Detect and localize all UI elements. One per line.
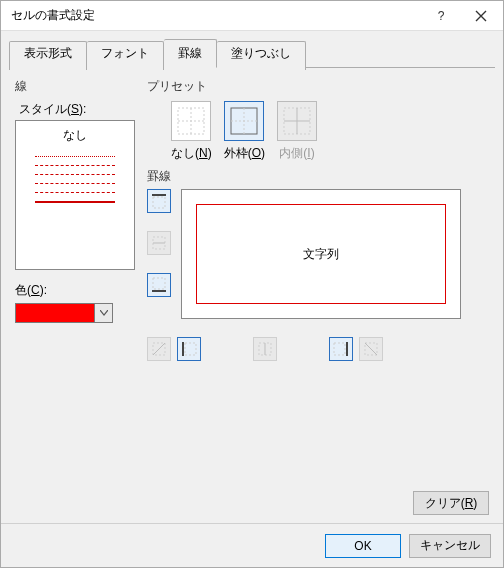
preset-none-label: なし(N) (171, 145, 212, 162)
border-left-icon (181, 341, 197, 357)
preset-inside-icon (283, 107, 311, 135)
border-bottom-row-buttons (181, 337, 489, 361)
border-preview-text: 文字列 (303, 246, 339, 263)
line-group-label: 線 (15, 78, 135, 95)
border-diag-down-button[interactable] (359, 337, 383, 361)
titlebar: セルの書式設定 ? (1, 1, 503, 31)
border-middle-h-button[interactable] (147, 231, 171, 255)
tab-font[interactable]: フォント (87, 41, 164, 70)
cancel-button[interactable]: キャンセル (409, 534, 491, 558)
style-option-dash-short[interactable] (35, 165, 115, 166)
color-label: 色(C): (15, 282, 135, 299)
line-style-list[interactable]: なし (15, 120, 135, 270)
border-left-button[interactable] (177, 337, 201, 361)
preset-inside-button[interactable] (277, 101, 317, 141)
color-picker[interactable] (15, 303, 135, 323)
style-option-none[interactable]: なし (63, 125, 87, 148)
preset-none-icon (177, 107, 205, 135)
svg-rect-13 (153, 278, 165, 289)
border-diag-up-icon (151, 341, 167, 357)
svg-rect-10 (153, 197, 165, 208)
border-top-icon (151, 193, 167, 209)
preset-outline-icon (230, 107, 258, 135)
border-diag-up-button[interactable] (147, 337, 171, 361)
style-label: スタイル(S): (19, 101, 135, 118)
tab-number[interactable]: 表示形式 (9, 41, 87, 70)
style-option-dash-dot[interactable] (35, 174, 115, 175)
border-right-button[interactable] (329, 337, 353, 361)
format-cells-dialog: セルの書式設定 ? 表示形式 フォント 罫線 塗りつぶし 線 スタイル(S): … (0, 0, 504, 568)
border-middle-v-icon (257, 341, 273, 357)
close-button[interactable] (461, 2, 501, 30)
svg-rect-21 (334, 343, 345, 355)
color-swatch (15, 303, 95, 323)
tab-strip: 表示形式 フォント 罫線 塗りつぶし (1, 31, 503, 68)
border-middle-h-icon (151, 235, 167, 251)
border-bottom-icon (151, 277, 167, 293)
color-dropdown-button[interactable] (95, 303, 113, 323)
preset-outline-label: 外枠(O) (224, 145, 265, 162)
dialog-footer: OK キャンセル (1, 523, 503, 567)
preset-none-button[interactable] (171, 101, 211, 141)
border-diag-down-icon (363, 341, 379, 357)
svg-rect-18 (185, 343, 196, 355)
border-column: プリセット なし(N) 外枠(O) (147, 78, 489, 513)
border-preview-box[interactable]: 文字列 (181, 189, 461, 319)
preset-group-label: プリセット (147, 78, 489, 95)
svg-line-16 (153, 343, 165, 355)
border-top-button[interactable] (147, 189, 171, 213)
style-option-solid[interactable] (35, 201, 115, 203)
ok-button[interactable]: OK (325, 534, 401, 558)
border-group-label: 罫線 (147, 168, 489, 185)
border-middle-v-button[interactable] (253, 337, 277, 361)
clear-button[interactable]: クリア(R) (413, 491, 489, 515)
style-option-dash-dot-dot[interactable] (35, 183, 115, 184)
border-right-icon (333, 341, 349, 357)
style-option-dash-long[interactable] (35, 192, 115, 193)
border-bottom-button[interactable] (147, 273, 171, 297)
preset-row: なし(N) 外枠(O) 内側(I) (171, 101, 489, 162)
tab-border[interactable]: 罫線 (164, 39, 217, 68)
border-preview-area: 文字列 (147, 189, 489, 329)
clear-area: クリア(R) (413, 491, 489, 515)
chevron-down-icon (100, 310, 108, 316)
style-option-dotted[interactable] (35, 156, 115, 157)
svg-line-24 (365, 343, 377, 355)
close-icon (475, 10, 487, 22)
preset-outline-button[interactable] (224, 101, 264, 141)
dialog-title: セルの書式設定 (11, 7, 421, 24)
help-button[interactable]: ? (421, 2, 461, 30)
tab-fill[interactable]: 塗りつぶし (217, 41, 306, 70)
preset-inside-label: 内側(I) (279, 145, 314, 162)
line-column: 線 スタイル(S): なし 色(C): (15, 78, 135, 513)
dialog-body: 線 スタイル(S): なし 色(C): (1, 68, 503, 523)
help-icon: ? (438, 9, 445, 23)
